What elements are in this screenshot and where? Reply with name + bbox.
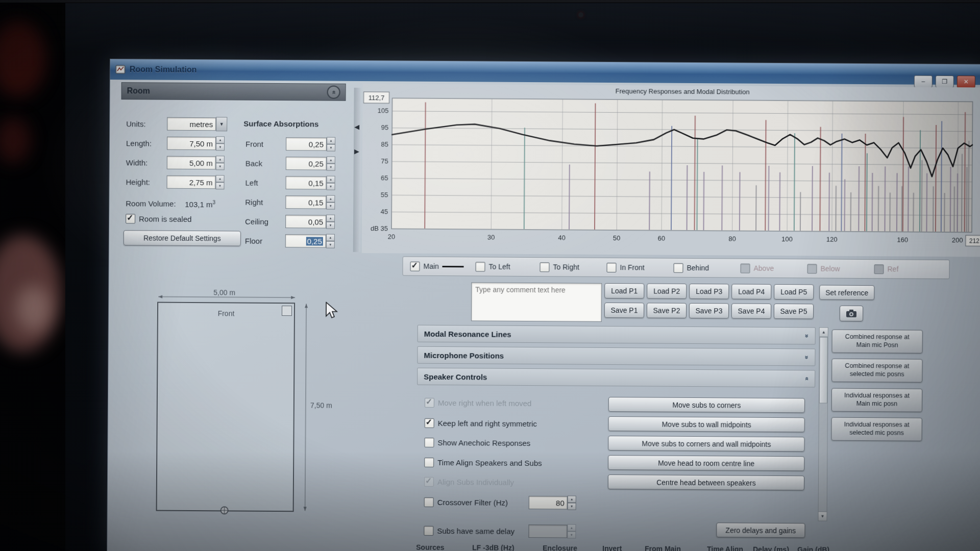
scroll-up-icon[interactable]: ▲ bbox=[820, 328, 828, 337]
double-chevron-down-icon[interactable]: » bbox=[805, 354, 809, 361]
series-toggle-main[interactable]: Main bbox=[410, 261, 475, 271]
splitter[interactable] bbox=[353, 88, 361, 252]
length-spinner[interactable]: ▲▼ bbox=[216, 136, 225, 151]
frequency-response-chart[interactable]: Frequency Responses and Modal Distributi… bbox=[362, 84, 980, 257]
move-subs-midpoints-button[interactable]: Move subs to wall midpoints bbox=[608, 416, 805, 432]
subs-delay-label: Subs have same delay bbox=[437, 527, 514, 536]
checkbox-icon[interactable] bbox=[673, 263, 683, 272]
crossover-checkbox[interactable] bbox=[424, 497, 434, 507]
section-speaker-controls[interactable]: Speaker Controls» bbox=[417, 368, 815, 388]
left-absorption-spinner[interactable]: ▲▼ bbox=[326, 176, 335, 190]
crossover-input[interactable]: 80 bbox=[529, 496, 568, 509]
maximize-button[interactable]: ❐ bbox=[936, 76, 954, 88]
set-reference-button[interactable]: Set reference bbox=[819, 285, 874, 300]
sub-marker[interactable] bbox=[282, 306, 292, 316]
floor-absorption-input[interactable]: 0,25 bbox=[285, 234, 326, 247]
snapshot-button[interactable] bbox=[840, 306, 863, 321]
section-modal-resonance-lines[interactable]: Modal Resonance Lines» bbox=[418, 325, 816, 345]
checkbox-icon[interactable] bbox=[410, 261, 420, 271]
restore-defaults-button[interactable]: Restore Default Settings bbox=[124, 230, 241, 246]
crossover-spinner[interactable]: ▲▼ bbox=[568, 495, 576, 510]
units-dropdown-arrow-icon[interactable]: ▼ bbox=[216, 117, 227, 131]
scroll-down-icon[interactable]: ▼ bbox=[818, 511, 826, 520]
save-p5-button[interactable]: Save P5 bbox=[774, 304, 814, 319]
room-volume-label: Room Volume: bbox=[126, 199, 176, 208]
svg-text:85: 85 bbox=[381, 141, 388, 148]
room-panel-header[interactable]: Room » bbox=[121, 82, 346, 101]
series-toggle-in-front[interactable]: In Front bbox=[606, 262, 673, 272]
align-subs-checkbox bbox=[424, 477, 434, 487]
series-toggle-behind[interactable]: Behind bbox=[673, 263, 740, 273]
checkbox-icon[interactable] bbox=[606, 262, 616, 272]
section-microphone-positions[interactable]: Microphone Positions» bbox=[417, 346, 815, 366]
scrollbar-thumb[interactable] bbox=[819, 337, 828, 404]
comment-input[interactable] bbox=[471, 282, 602, 322]
save-p3-button[interactable]: Save P3 bbox=[689, 303, 729, 318]
checkbox-icon[interactable] bbox=[540, 262, 549, 272]
individual-responses-main-button[interactable]: Individual responses atMain mic posn bbox=[831, 388, 922, 412]
time-align-checkbox[interactable] bbox=[424, 458, 434, 467]
load-p2-button[interactable]: Load P2 bbox=[647, 283, 687, 298]
collapse-chevron-icon[interactable]: » bbox=[327, 86, 340, 99]
anechoic-checkbox[interactable] bbox=[424, 438, 434, 447]
room-plan-view[interactable]: Front bbox=[156, 302, 295, 512]
width-spinner[interactable]: ▲▼ bbox=[216, 156, 225, 170]
delay-col-header: Delay (ms) bbox=[753, 545, 789, 551]
left-absorption-input[interactable]: 0,15 bbox=[285, 176, 326, 189]
double-chevron-up-icon[interactable]: » bbox=[805, 375, 808, 382]
centre-head-button[interactable]: Centre head between speakers bbox=[608, 474, 804, 490]
series-toggle-to-left[interactable]: To Left bbox=[475, 262, 540, 272]
save-p4-button[interactable]: Save P4 bbox=[731, 303, 771, 318]
load-p4-button[interactable]: Load P4 bbox=[731, 284, 771, 299]
save-p1-button[interactable]: Save P1 bbox=[604, 303, 644, 318]
length-input[interactable]: 7,50 m bbox=[167, 137, 216, 151]
svg-text:55: 55 bbox=[381, 191, 388, 198]
units-select[interactable]: metres bbox=[167, 117, 216, 131]
load-p1-button[interactable]: Load P1 bbox=[604, 283, 644, 298]
width-input[interactable]: 5,00 m bbox=[167, 156, 216, 170]
height-spinner[interactable]: ▲▼ bbox=[215, 175, 224, 189]
main-line-swatch bbox=[443, 265, 464, 267]
right-absorption-input[interactable]: 0,15 bbox=[285, 195, 326, 209]
ceiling-absorption-label: Ceiling bbox=[245, 217, 268, 226]
splitter-expand-right-icon[interactable]: ▶ bbox=[354, 147, 359, 155]
front-absorption-spinner[interactable]: ▲▼ bbox=[327, 137, 335, 152]
floor-absorption-spinner[interactable]: ▲▼ bbox=[326, 234, 335, 248]
move-subs-corners-button[interactable]: Move subs to corners bbox=[608, 397, 805, 413]
room-sealed-checkbox[interactable] bbox=[126, 214, 135, 223]
crossover-label: Crossover Filter (Hz) bbox=[437, 498, 508, 507]
move-subs-corners-midpoints-button[interactable]: Move subs to corners and wall midpoints bbox=[608, 436, 804, 452]
align-subs-label: Align Subs Individually bbox=[437, 478, 514, 487]
back-absorption-label: Back bbox=[246, 159, 262, 168]
gain-col-header: Gain (dB) bbox=[797, 545, 829, 551]
combined-response-selected-button[interactable]: Combined response atselected mic posns bbox=[831, 359, 922, 383]
checkbox-icon[interactable] bbox=[475, 262, 485, 271]
individual-responses-selected-button[interactable]: Individual responses atselected mic posn… bbox=[831, 417, 922, 441]
combined-response-main-button[interactable]: Combined response atMain mic Posn bbox=[832, 330, 923, 354]
save-p2-button[interactable]: Save P2 bbox=[647, 303, 687, 318]
subs-delay-checkbox[interactable] bbox=[424, 526, 433, 536]
close-button[interactable]: ✕ bbox=[957, 76, 975, 88]
load-p3-button[interactable]: Load P3 bbox=[689, 284, 729, 299]
back-absorption-input[interactable]: 0,25 bbox=[286, 157, 327, 170]
camera-dot bbox=[578, 12, 583, 17]
title-bar[interactable]: Room Simulation bbox=[110, 59, 980, 85]
load-p5-button[interactable]: Load P5 bbox=[774, 284, 814, 299]
ceiling-absorption-input[interactable]: 0,05 bbox=[285, 215, 326, 228]
width-dimension-line bbox=[157, 294, 296, 300]
series-toggle-to-right[interactable]: To Right bbox=[540, 262, 606, 272]
move-head-centre-button[interactable]: Move head to room centre line bbox=[608, 455, 804, 471]
zero-delays-gains-button[interactable]: Zero delays and gains bbox=[716, 522, 805, 538]
move-right-label: Move right when left moved bbox=[438, 398, 532, 408]
front-absorption-input[interactable]: 0,25 bbox=[286, 137, 327, 151]
listener-marker[interactable] bbox=[220, 506, 229, 515]
ceiling-absorption-spinner[interactable]: ▲▼ bbox=[326, 215, 335, 229]
minimize-button[interactable]: – bbox=[914, 76, 933, 88]
right-absorption-spinner[interactable]: ▲▼ bbox=[326, 195, 335, 210]
sections-scrollbar[interactable]: ▲ ▼ bbox=[818, 327, 828, 521]
height-input[interactable]: 2,75 m bbox=[166, 176, 215, 189]
double-chevron-down-icon[interactable]: » bbox=[805, 332, 809, 339]
symmetric-checkbox[interactable] bbox=[425, 418, 434, 428]
splitter-collapse-left-icon[interactable]: ◀ bbox=[354, 123, 359, 131]
back-absorption-spinner[interactable]: ▲▼ bbox=[327, 157, 335, 171]
